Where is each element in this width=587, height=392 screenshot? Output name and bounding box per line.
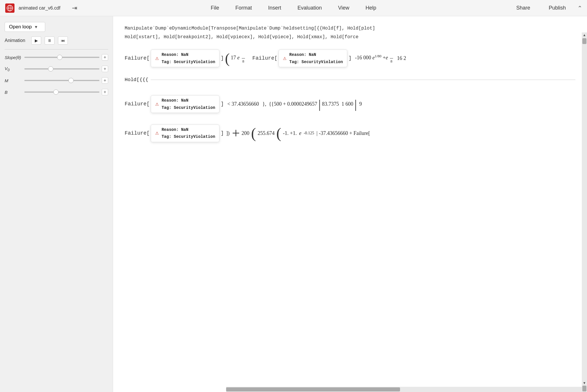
hold-line: Hold[{{{	[125, 76, 575, 84]
notebook-icon[interactable]: ⇥	[72, 4, 77, 12]
warning-icon-3: ⚠	[155, 100, 159, 109]
big-paren-open-3: (	[251, 126, 256, 140]
share-button[interactable]: Share	[509, 3, 537, 13]
m-thumb[interactable]	[68, 78, 74, 83]
chevron-down-icon: ▼	[34, 25, 38, 29]
v0-label: V0	[5, 66, 22, 72]
nav-file[interactable]: File	[203, 3, 227, 13]
b-label: B	[5, 90, 22, 95]
failure-tooltip-1: ⚠ Reason: NaN Tag: SecurityViolation	[151, 50, 219, 67]
tooltip-text-1: Reason: NaN Tag: SecurityViolation	[161, 52, 215, 65]
m-track[interactable]	[24, 80, 99, 81]
content-area[interactable]: ▲ ▼ Manipulate`Dump`eDynamicModule[Trans…	[113, 16, 587, 392]
code-line-1: Manipulate`Dump`eDynamicModule[Transpose…	[125, 25, 575, 32]
failure-prefix-1: Failure[	[125, 54, 150, 63]
nav-format[interactable]: Format	[227, 3, 260, 13]
neg-comparison: | -37.43656660 + Failure[	[317, 129, 370, 138]
tag-label-2: Tag:	[289, 60, 301, 64]
scrollbar-thumb-bottom[interactable]	[582, 386, 586, 391]
nav-view[interactable]: View	[330, 3, 357, 13]
menubar: animated car_v6.cdf ⇥ File Format Insert…	[0, 0, 587, 16]
b-thumb[interactable]	[53, 89, 59, 95]
tag-4: Tag: SecurityViolation	[161, 133, 215, 140]
tag-label-4: Tag:	[161, 134, 174, 139]
open-loop-row: Open loop ▼	[5, 22, 108, 32]
fraction-den-1: 8	[241, 58, 246, 65]
fraction-den-2: 8	[389, 58, 394, 65]
play-button[interactable]: ▶	[31, 36, 41, 45]
code-line-2: Hold[xstart], Hold[breakpoint2], Hold[vp…	[125, 34, 575, 41]
math-section-3: Failure[ ⚠ Reason: NaN Tag: SecurityViol…	[125, 124, 575, 142]
fraction-num-2	[390, 52, 393, 58]
v0-track[interactable]	[24, 68, 99, 69]
sidebar: Open loop ▼ Animation ▶ ⏸ ⏮ Slope(θ) +	[0, 16, 113, 392]
matrix-bracket-open-1: |	[318, 98, 321, 110]
m-label: M	[5, 78, 22, 83]
sidebar-divider	[5, 49, 108, 50]
math-17e: 17 e 8	[231, 52, 246, 65]
m-plus[interactable]: +	[102, 77, 108, 84]
failure-tooltip-3: ⚠ Reason: NaN Tag: SecurityViolation	[151, 95, 219, 113]
slope-slider-row: Slope(θ) +	[5, 54, 108, 61]
nav-help[interactable]: Help	[357, 3, 384, 13]
extra-num-1: 9	[359, 100, 362, 108]
main-layout: Open loop ▼ Animation ▶ ⏸ ⏮ Slope(θ) +	[0, 16, 587, 392]
hold-hline	[151, 80, 575, 80]
reason-3: Reason: NaN	[161, 97, 215, 104]
publish-button[interactable]: Publish	[541, 3, 574, 13]
scrollbar-bottom[interactable]	[226, 387, 582, 392]
slope-track[interactable]	[24, 57, 99, 58]
reason-label-2: Reason:	[289, 52, 309, 57]
animation-label: Animation	[5, 38, 28, 43]
scrollbar-right[interactable]: ▲ ▼	[582, 32, 587, 392]
big-paren-open-2: +	[232, 126, 240, 140]
reason-label-1: Reason:	[161, 52, 181, 57]
warning-icon-1: ⚠	[155, 54, 159, 63]
math-16-2: 16 2	[397, 54, 406, 63]
b-track[interactable]	[24, 91, 99, 93]
reason-value-1: NaN	[181, 52, 188, 57]
slope-thumb[interactable]	[57, 55, 62, 60]
math-neg16000e: -16 000 e1/80 +e 8	[355, 52, 394, 65]
slope-label: Slope(θ)	[5, 55, 22, 60]
failure-bracket-1: ]	[221, 54, 224, 63]
reason-label-4: Reason:	[161, 127, 181, 132]
failure-prefix-2: Failure[	[252, 54, 277, 63]
reason-value-4: NaN	[181, 127, 188, 132]
tag-value-3: SecurityViolation	[174, 105, 215, 110]
v0-thumb[interactable]	[48, 66, 53, 72]
scrollbar-bottom-thumb[interactable]	[226, 387, 400, 391]
comparison-text: < 37.43656660	[227, 100, 259, 108]
reason-4: Reason: NaN	[161, 127, 215, 133]
tag-value-1: SecurityViolation	[174, 60, 215, 64]
b-plus[interactable]: +	[102, 89, 108, 95]
m-slider-row: M +	[5, 77, 108, 84]
nav-insert[interactable]: Insert	[260, 3, 289, 13]
reset-icon: ⏮	[61, 38, 65, 43]
failure-prefix-3: Failure[	[125, 100, 150, 108]
scroll-up-arrow[interactable]: ▲	[581, 32, 587, 38]
reason-value-3: NaN	[181, 98, 188, 103]
reason-value-2: NaN	[309, 52, 316, 57]
open-loop-button[interactable]: Open loop ▼	[5, 22, 45, 32]
scroll-down-arrow[interactable]: ▼	[581, 380, 587, 386]
tag-2: Tag: SecurityViolation	[289, 59, 343, 65]
matrix-values: 83.7375 1 600	[322, 100, 353, 108]
slope-plus[interactable]: +	[102, 54, 108, 61]
reason-2: Reason: NaN	[289, 52, 343, 58]
tag-label-3: Tag:	[161, 105, 174, 110]
pause-button[interactable]: ⏸	[45, 36, 54, 45]
main-nav: File Format Insert Evaluation View Help	[203, 3, 384, 13]
scrollbar-thumb[interactable]	[582, 38, 586, 44]
matrix-bracket-close-1: |	[355, 98, 357, 110]
big-paren-open-4: (	[276, 126, 281, 140]
reason-label-3: Reason:	[161, 98, 181, 103]
collapse-icon[interactable]: ⌃	[577, 5, 582, 12]
v0-plus[interactable]: +	[102, 66, 108, 72]
tag-1: Tag: SecurityViolation	[161, 59, 215, 65]
reset-button[interactable]: ⏮	[58, 36, 68, 45]
failure-tooltip-2: ⚠ Reason: NaN Tag: SecurityViolation	[279, 50, 347, 67]
nav-evaluation[interactable]: Evaluation	[289, 3, 330, 13]
failure-bracket-3: ]	[221, 100, 224, 108]
tag-value-2: SecurityViolation	[301, 60, 343, 64]
